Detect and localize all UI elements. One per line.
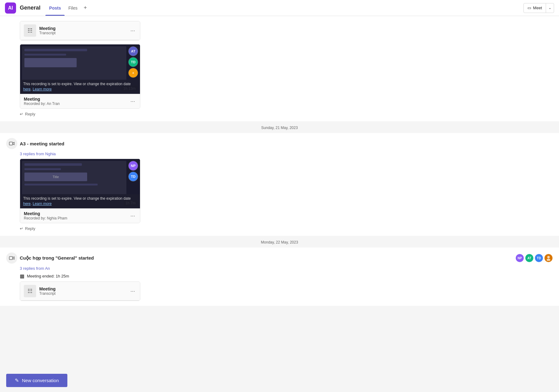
thumb-ui-bar4: [24, 168, 61, 170]
compose-icon: ✎: [15, 377, 19, 383]
recording-card-bottom-1: Meeting Recorded by: An Tran ···: [20, 94, 140, 108]
transcript-more-3[interactable]: ···: [129, 287, 136, 296]
second-msg-header: A3 - meeting started: [6, 138, 553, 149]
transcript-title-1: Meeting: [39, 26, 126, 31]
tab-list: Posts Files +: [45, 0, 89, 16]
reply-label-2: Reply: [25, 226, 35, 231]
person-icon: [546, 255, 551, 261]
thumb-ui-bar3: [24, 163, 82, 166]
transcript-card-3: ☷ Meeting Transcript ···: [20, 281, 140, 301]
thumb-ui-bar2: [24, 54, 66, 56]
camera-svg-3: [9, 256, 15, 260]
participant-photo: [544, 254, 553, 262]
reply-icon-1: ↵: [20, 112, 23, 116]
third-msg-title: Cuộc họp trong "General" started: [20, 255, 94, 261]
thumb-avatar-1b: TD: [128, 57, 138, 67]
messages-area[interactable]: ☷ Meeting Transcript ···: [0, 16, 559, 392]
thumb-screen-2: Title: [22, 161, 126, 199]
recording-more-2[interactable]: ···: [129, 211, 136, 220]
camera-svg-2: [9, 141, 15, 146]
new-conversation-bar: ✎ New conversation: [0, 369, 559, 392]
tab-files[interactable]: Files: [65, 0, 81, 16]
thumb-ui-block: [24, 58, 77, 67]
second-msg-title: A3 - meeting started: [20, 141, 64, 146]
expiry-text-1: This recording is set to expire. View or…: [23, 82, 131, 86]
meet-chevron-button[interactable]: ⌄: [546, 3, 554, 13]
participants-row: NP AT TD: [515, 254, 553, 262]
add-tab-button[interactable]: +: [81, 0, 90, 16]
new-conversation-button[interactable]: ✎ New conversation: [6, 374, 67, 387]
reply-label-1: Reply: [25, 112, 35, 116]
recording-by-2: Recorded by: Nghia Pham: [24, 216, 126, 220]
replies-link-3[interactable]: 3 replies from An: [20, 266, 553, 271]
recording-title-2: Meeting: [24, 211, 126, 216]
date-separator-monday: Monday, 22 May, 2023: [0, 237, 559, 248]
recording-more-1[interactable]: ···: [129, 97, 136, 106]
reply-btn-2[interactable]: ↵ Reply: [20, 226, 553, 231]
video-icon-badge-3: [6, 252, 17, 264]
video-icon-badge-2: [6, 138, 17, 149]
participant-np: NP: [515, 254, 524, 262]
transcript-more-1[interactable]: ···: [129, 26, 136, 35]
thumb-screen-1: [22, 46, 126, 85]
thumb-avatar-2b: TD: [128, 172, 138, 181]
recording-title-1: Meeting: [24, 97, 126, 102]
third-msg-header: Cuộc họp trong "General" started NP AT T…: [6, 252, 553, 264]
expiry-link-learn-2[interactable]: Learn more: [33, 202, 52, 206]
thumb-avatars-1: AT TD +: [128, 46, 138, 78]
transcript-card-1: ☷ Meeting Transcript ···: [20, 21, 140, 40]
recording-card-1: AT TD + 1h 13m This recording is set to …: [20, 44, 140, 109]
tab-posts[interactable]: Posts: [45, 0, 65, 16]
meeting-ended-row: ▩ Meeting ended: 1h 25m: [20, 273, 553, 279]
expiry-banner-2: This recording is set to expire. View or…: [20, 194, 140, 208]
transcript-card-header-1: ☷ Meeting Transcript ···: [20, 21, 140, 40]
transcript-subtitle-3: Transcript: [39, 291, 126, 296]
transcript-subtitle-1: Transcript: [39, 31, 126, 35]
expiry-text-2: This recording is set to expire. View or…: [23, 196, 131, 201]
transcript-title-3: Meeting: [39, 286, 126, 291]
recording-thumbnail-2: Title NP TD 1h 7m This recording is set …: [20, 159, 140, 208]
meet-button-group: ▭ Meet ⌄: [523, 3, 554, 13]
transcript-icon-3: ☷: [24, 285, 36, 297]
recording-info-2: Meeting Recorded by: Nghia Pham: [24, 211, 126, 220]
svg-rect-0: [9, 142, 13, 145]
thumb-ui-bar: [24, 49, 87, 51]
participant-td: TD: [535, 254, 543, 262]
recording-card-bottom-2: Meeting Recorded by: Nghia Pham ···: [20, 208, 140, 223]
meeting-ended-text: Meeting ended: 1h 25m: [27, 274, 69, 278]
expiry-link-here-2[interactable]: here: [23, 202, 31, 206]
transcript-card-header-3: ☷ Meeting Transcript ···: [20, 282, 140, 301]
transcript-icon-1: ☷: [24, 24, 36, 37]
expiry-link-learn-1[interactable]: Learn more: [33, 87, 52, 91]
expiry-link-here-1[interactable]: here: [23, 87, 31, 91]
transcript-info-1: Meeting Transcript: [39, 26, 126, 35]
top-bar: AI General Posts Files + ▭ Meet ⌄: [0, 0, 559, 16]
main-content: ☷ Meeting Transcript ···: [0, 16, 559, 392]
transcript-info-3: Meeting Transcript: [39, 286, 126, 296]
svg-rect-1: [9, 256, 13, 260]
participant-at: AT: [525, 254, 534, 262]
thumb-ui-bar5: [24, 184, 98, 186]
recording-card-2: Title NP TD 1h 7m This recording is set …: [20, 159, 140, 223]
third-message-group: Cuộc họp trong "General" started NP AT T…: [0, 248, 559, 306]
video-icon: ▭: [527, 6, 531, 10]
thumb-avatar-1c: +: [128, 68, 138, 78]
channel-name: General: [20, 5, 40, 11]
recording-by-1: Recorded by: An Tran: [24, 102, 126, 106]
thumb-avatar-2a: NP: [128, 161, 138, 171]
meet-label: Meet: [533, 6, 542, 10]
meet-main-button[interactable]: ▭ Meet: [524, 3, 546, 13]
reply-btn-1[interactable]: ↵ Reply: [20, 112, 553, 116]
thumb-title-block: Title: [24, 173, 87, 181]
recording-info-1: Meeting Recorded by: An Tran: [24, 97, 126, 106]
new-conversation-label: New conversation: [22, 378, 59, 383]
reply-icon-2: ↵: [20, 226, 23, 231]
expiry-banner-1: This recording is set to expire. View or…: [20, 80, 140, 94]
recording-thumbnail-1: AT TD + 1h 13m This recording is set to …: [20, 44, 140, 94]
first-message-group: ☷ Meeting Transcript ···: [0, 16, 559, 121]
replies-link-2[interactable]: 3 replies from Nghia: [20, 152, 553, 156]
date-separator-sunday: Sunday, 21 May, 2023: [0, 123, 559, 133]
svg-point-3: [547, 259, 550, 261]
app-icon: AI: [5, 2, 16, 14]
thumb-avatar-1a: AT: [128, 46, 138, 56]
